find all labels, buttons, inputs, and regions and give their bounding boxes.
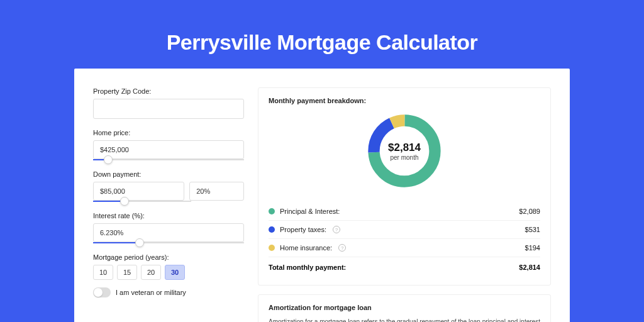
page-title: Perrysville Mortgage Calculator xyxy=(167,30,478,55)
rate-slider[interactable] xyxy=(93,242,244,243)
rate-group: Interest rate (%): xyxy=(93,212,244,243)
info-icon[interactable]: ? xyxy=(338,244,346,252)
down-amount-input[interactable] xyxy=(93,182,184,201)
results-column: Monthly payment breakdown: $2,814 per mo… xyxy=(258,87,551,322)
total-label: Total monthly payment: xyxy=(269,264,346,271)
period-btn-20[interactable]: 20 xyxy=(141,265,161,280)
legend-value: $2,089 xyxy=(519,208,540,215)
donut-wrap: $2,814 per month xyxy=(269,111,540,191)
calculator-card: Property Zip Code: Home price: Down paym… xyxy=(74,69,570,322)
zip-label: Property Zip Code: xyxy=(93,87,244,95)
legend-label: Principal & Interest: xyxy=(280,208,340,215)
down-slider[interactable] xyxy=(93,201,191,202)
legend-row-principal: Principal & Interest: $2,089 xyxy=(269,203,540,221)
down-pct-input[interactable] xyxy=(189,182,244,201)
down-group: Down payment: xyxy=(93,170,244,202)
donut-sub: per month xyxy=(388,154,421,161)
zip-group: Property Zip Code: xyxy=(93,87,244,119)
period-btn-10[interactable]: 10 xyxy=(93,265,113,280)
legend-label: Home insurance: xyxy=(280,244,332,252)
amort-title: Amortization for mortgage loan xyxy=(269,304,540,311)
zip-input[interactable] xyxy=(93,99,244,119)
period-group: Mortgage period (years): 10 15 20 30 xyxy=(93,253,244,280)
veteran-row: I am veteran or military xyxy=(93,287,244,297)
period-row: 10 15 20 30 xyxy=(93,265,244,280)
price-slider[interactable] xyxy=(93,159,244,160)
legend-value: $194 xyxy=(525,244,540,252)
dot-icon xyxy=(269,245,275,251)
amortization-panel: Amortization for mortgage loan Amortizat… xyxy=(258,294,551,322)
breakdown-title: Monthly payment breakdown: xyxy=(269,97,540,104)
rate-label: Interest rate (%): xyxy=(93,212,244,219)
legend-row-total: Total monthly payment: $2,814 xyxy=(269,257,540,276)
legend-row-insurance: Home insurance: ? $194 xyxy=(269,239,540,257)
legend-label: Property taxes: xyxy=(280,226,326,233)
donut-amount: $2,814 xyxy=(388,142,421,154)
period-btn-30[interactable]: 30 xyxy=(165,265,185,280)
dot-icon xyxy=(269,208,275,214)
rate-input[interactable] xyxy=(93,223,244,242)
price-group: Home price: xyxy=(93,129,244,160)
down-label: Down payment: xyxy=(93,170,244,178)
breakdown-panel: Monthly payment breakdown: $2,814 per mo… xyxy=(258,87,551,286)
slider-thumb[interactable] xyxy=(104,155,113,164)
price-input[interactable] xyxy=(93,140,244,159)
period-label: Mortgage period (years): xyxy=(93,253,244,261)
legend-row-taxes: Property taxes: ? $531 xyxy=(269,221,540,239)
total-value: $2,814 xyxy=(519,264,540,271)
veteran-toggle[interactable] xyxy=(93,287,111,297)
period-btn-15[interactable]: 15 xyxy=(117,265,137,280)
form-column: Property Zip Code: Home price: Down paym… xyxy=(93,87,244,322)
slider-thumb[interactable] xyxy=(120,197,129,206)
donut-center: $2,814 per month xyxy=(388,142,421,161)
slider-thumb[interactable] xyxy=(135,238,144,247)
veteran-label: I am veteran or military xyxy=(116,289,186,296)
dot-icon xyxy=(269,226,275,233)
price-label: Home price: xyxy=(93,129,244,136)
amort-text: Amortization for a mortgage loan refers … xyxy=(269,318,540,322)
legend-value: $531 xyxy=(525,226,540,233)
info-icon[interactable]: ? xyxy=(333,226,340,233)
